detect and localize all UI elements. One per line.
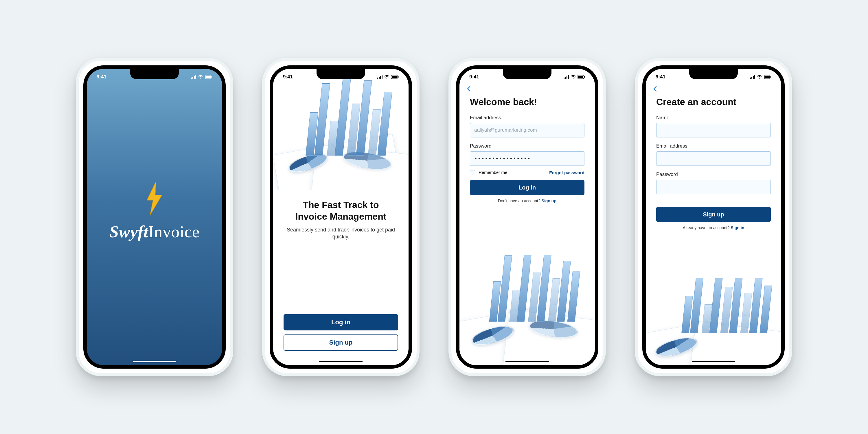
cellular-signal-icon: [191, 75, 196, 79]
phone-frame-splash: 9:41 SwyftInvoice: [76, 58, 233, 376]
svg-rect-17: [564, 78, 564, 79]
brand-name-bold: Swyft: [110, 222, 148, 241]
cellular-signal-icon: [377, 75, 382, 79]
screen-signup: 9:41 Create an account Name Email addres…: [642, 65, 785, 369]
signup-form: Create an account Name Email address Pas…: [646, 69, 781, 230]
wifi-icon: [757, 75, 762, 79]
hero-illustration: [273, 69, 408, 190]
svg-rect-27: [753, 76, 754, 79]
email-field[interactable]: [656, 151, 771, 166]
login-options-row: Remember me Forgot password: [470, 170, 585, 175]
svg-rect-2: [194, 76, 195, 79]
svg-rect-19: [566, 76, 567, 79]
phone-frame-signup: 9:41 Create an account Name Email addres…: [635, 58, 792, 376]
svg-rect-32: [771, 76, 771, 78]
signup-button[interactable]: Sign up: [283, 335, 398, 351]
status-time: 9:41: [469, 74, 479, 80]
back-button[interactable]: [466, 86, 472, 93]
footer-illustration: [646, 278, 781, 365]
svg-rect-9: [377, 78, 378, 79]
brand-wordmark: SwyftInvoice: [110, 222, 199, 241]
home-indicator[interactable]: [319, 361, 363, 362]
wifi-icon: [384, 75, 390, 79]
svg-rect-15: [392, 76, 397, 78]
phone-frame-login: 9:41 Welcome back! Email address Passwor…: [448, 58, 606, 376]
svg-rect-10: [379, 77, 380, 79]
login-alt-prompt: Don't have an account? Sign up: [470, 198, 585, 203]
onboarding-actions: Log in Sign up: [273, 314, 408, 351]
go-to-signin-link[interactable]: Sign in: [731, 225, 744, 230]
svg-rect-1: [192, 77, 193, 79]
svg-point-29: [759, 78, 760, 79]
signup-alt-prompt: Already have an account? Sign in: [656, 225, 771, 230]
home-indicator[interactable]: [692, 361, 735, 362]
device-notch: [503, 69, 552, 79]
lightning-bolt-icon: [110, 181, 199, 216]
status-icons: [564, 75, 585, 79]
name-label: Name: [656, 115, 771, 121]
svg-rect-20: [568, 75, 569, 79]
svg-rect-25: [750, 78, 751, 79]
name-field[interactable]: [656, 123, 771, 137]
wifi-icon: [198, 75, 203, 79]
password-field[interactable]: ••••••••••••••••: [470, 151, 585, 166]
remember-me-label: Remember me: [478, 170, 507, 175]
svg-rect-11: [380, 76, 381, 79]
footer-illustration: [460, 255, 595, 365]
email-field[interactable]: [470, 123, 585, 137]
svg-rect-18: [565, 77, 566, 79]
password-label: Password: [470, 143, 585, 149]
remember-me-checkbox[interactable]: [470, 170, 475, 175]
brand-lockup: SwyftInvoice: [110, 181, 199, 241]
battery-icon: [205, 75, 212, 79]
svg-rect-24: [584, 76, 585, 78]
battery-icon: [391, 75, 399, 79]
svg-point-21: [572, 78, 574, 79]
email-label: Email address: [656, 143, 771, 149]
login-form: Welcome back! Email address Password •••…: [460, 69, 595, 203]
svg-rect-3: [195, 75, 196, 79]
password-field[interactable]: [656, 180, 771, 194]
device-notch: [130, 69, 179, 79]
remember-me[interactable]: Remember me: [470, 170, 507, 175]
password-label: Password: [656, 172, 771, 177]
screen-splash: 9:41 SwyftInvoice: [83, 65, 226, 369]
cellular-signal-icon: [750, 75, 755, 79]
screen-onboarding: 9:41 The Fast Track to Invoice: [270, 65, 412, 369]
svg-rect-31: [765, 76, 770, 78]
forgot-password-link[interactable]: Forgot password: [549, 170, 585, 175]
status-time: 9:41: [97, 74, 106, 80]
onboarding-copy: The Fast Track to Invoice Management Sea…: [273, 190, 408, 241]
page-title: Create an account: [656, 97, 771, 107]
svg-rect-12: [382, 75, 382, 79]
onboarding-subtitle: Seamlessly send and track invoices to ge…: [285, 226, 397, 241]
page-title: Welcome back!: [470, 97, 585, 107]
status-icons: [191, 75, 212, 79]
status-icons: [377, 75, 399, 79]
battery-icon: [578, 75, 585, 79]
screen-login: 9:41 Welcome back! Email address Passwor…: [456, 65, 598, 369]
svg-rect-0: [191, 78, 192, 79]
device-notch: [689, 69, 738, 79]
svg-rect-28: [754, 75, 755, 79]
login-submit-button[interactable]: Log in: [470, 180, 585, 195]
email-label: Email address: [470, 115, 585, 121]
brand-name-rest: Invoice: [148, 222, 199, 241]
svg-rect-7: [212, 76, 212, 78]
battery-icon: [764, 75, 771, 79]
phone-frame-onboarding: 9:41 The Fast Track to Invoice: [262, 58, 420, 376]
home-indicator[interactable]: [133, 361, 176, 362]
svg-rect-23: [578, 76, 583, 78]
go-to-signup-link[interactable]: Sign up: [541, 198, 556, 203]
signup-submit-button[interactable]: Sign up: [656, 207, 771, 222]
svg-rect-6: [206, 76, 211, 78]
home-indicator[interactable]: [505, 361, 549, 362]
login-button[interactable]: Log in: [283, 314, 398, 331]
status-icons: [750, 75, 771, 79]
back-button[interactable]: [652, 86, 658, 93]
device-notch: [316, 69, 365, 79]
status-time: 9:41: [656, 74, 665, 80]
onboarding-headline: The Fast Track to Invoice Management: [285, 199, 397, 222]
svg-point-4: [200, 78, 201, 79]
cellular-signal-icon: [564, 75, 569, 79]
